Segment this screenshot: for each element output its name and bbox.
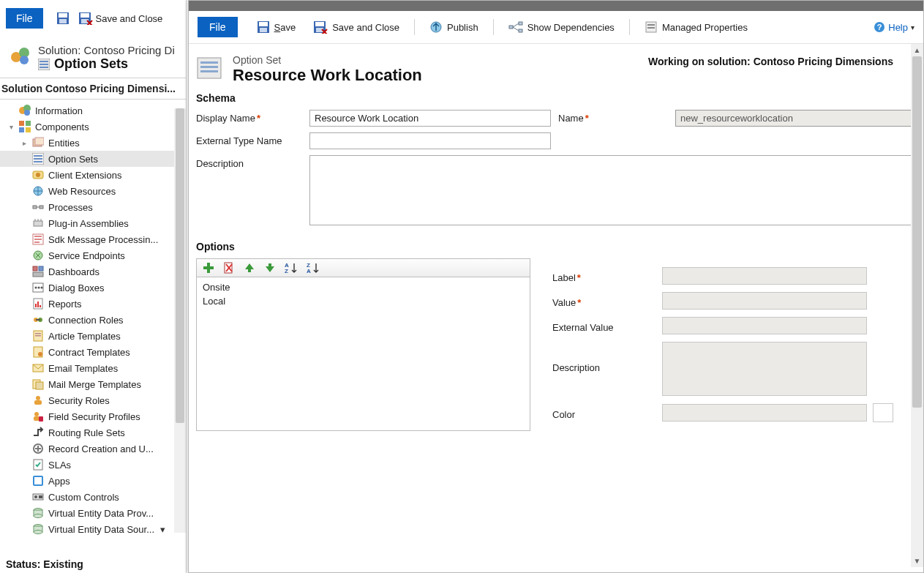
dialog-scrollbar-thumb[interactable] — [912, 56, 922, 408]
tree-item-option-sets[interactable]: Option Sets — [0, 151, 186, 167]
tree-item-record-creation[interactable]: Record Creation and U... — [0, 441, 186, 457]
save-and-close-button[interactable]: Save and Close — [306, 18, 407, 37]
tree-item-dashboards[interactable]: Dashboards — [0, 263, 186, 280]
collapse-icon[interactable]: ▾ — [7, 123, 15, 131]
tree-label: Web Resources — [48, 186, 116, 197]
parent-save-button[interactable] — [56, 12, 70, 25]
tree-item-web-resources[interactable]: Web Resources — [0, 183, 186, 199]
save-button[interactable]: Save — [249, 18, 304, 37]
svg-rect-58 — [35, 333, 41, 334]
svg-rect-39 — [34, 236, 42, 237]
scroll-up-button[interactable]: ▲ — [911, 44, 923, 56]
external-type-name-input[interactable] — [309, 132, 551, 149]
tree-label: Sdk Message Processin... — [48, 234, 158, 245]
tree-label: Dashboards — [48, 266, 99, 277]
svg-rect-66 — [34, 400, 42, 405]
tree-label: Field Security Profiles — [48, 411, 140, 422]
svg-rect-51 — [35, 304, 37, 307]
svg-rect-85 — [260, 28, 267, 32]
solution-explorer-window: File Save and Close Solution: Contoso Pr… — [0, 0, 187, 573]
tree-item-field-security[interactable]: Field Security Profiles — [0, 408, 186, 424]
sort-asc-button[interactable]: AZ — [285, 262, 298, 274]
tree-item-sdk-steps[interactable]: Sdk Message Processin... — [0, 231, 186, 247]
page-title: Option Sets — [54, 56, 128, 72]
tree-label: Option Sets — [48, 154, 98, 165]
sort-desc-button[interactable]: ZA — [307, 262, 320, 274]
save-close-icon — [313, 20, 328, 34]
parent-save-close-button[interactable]: Save and Close — [78, 12, 163, 25]
tree-label: Client Extensions — [48, 170, 121, 181]
tree-item-slas[interactable]: SLAs — [0, 457, 186, 473]
expand-icon[interactable]: ▸ — [20, 139, 28, 147]
section-title-schema: Schema — [196, 92, 893, 104]
tree-item-reports[interactable]: Reports — [0, 296, 186, 312]
svg-rect-26 — [34, 158, 42, 160]
tree-item-client-extensions[interactable]: Client Extensions — [0, 167, 186, 183]
svg-rect-19 — [26, 121, 31, 126]
tree-label: Article Templates — [48, 331, 121, 342]
tree-item-custom-controls[interactable]: Custom Controls — [0, 489, 186, 505]
tree-label: Email Templates — [48, 363, 118, 374]
tree-item-virtual-entity-providers[interactable]: Virtual Entity Data Prov... — [0, 505, 186, 521]
tree-item-virtual-entity-sources[interactable]: Virtual Entity Data Sour...▾ — [0, 521, 186, 537]
overflow-arrow-icon[interactable]: ▾ — [160, 524, 165, 535]
tree-scrollbar[interactable] — [174, 108, 186, 533]
dialog-scrollbar[interactable]: ▲ ▼ — [911, 44, 923, 567]
svg-rect-94 — [519, 29, 522, 32]
option-item[interactable]: Local — [201, 294, 525, 308]
managed-properties-button[interactable]: Managed Properties — [637, 18, 755, 37]
display-name-input[interactable] — [309, 110, 551, 127]
option-extvalue-label: External Value — [552, 319, 662, 333]
tree-item-connection-roles[interactable]: Connection Roles — [0, 312, 186, 328]
dialog-titlebar[interactable] — [189, 1, 923, 11]
tree-item-routing-rules[interactable]: Routing Rule Sets — [0, 424, 186, 441]
tree-label: Connection Roles — [48, 315, 124, 326]
options-listbox[interactable]: Onsite Local — [196, 277, 530, 431]
status-bar-text: Status: Existing — [0, 555, 89, 573]
svg-point-10 — [20, 56, 29, 64]
help-menu[interactable]: ? Help ▾ — [874, 21, 914, 33]
scroll-down-button[interactable]: ▼ — [911, 555, 923, 567]
tree-item-dialog-boxes[interactable]: Dialog Boxes — [0, 280, 186, 296]
tree-item-article-templates[interactable]: Article Templates — [0, 328, 186, 344]
move-up-button[interactable] — [244, 262, 255, 274]
tree-item-plugin-assemblies[interactable]: Plug-in Assemblies — [0, 215, 186, 231]
option-color-swatch[interactable] — [873, 403, 893, 422]
svg-rect-73 — [34, 477, 42, 484]
show-dependencies-button[interactable]: Show Dependencies — [501, 18, 622, 37]
routing-icon — [32, 427, 44, 438]
tree-item-email-templates[interactable]: Email Templates — [0, 360, 186, 376]
add-option-button[interactable] — [203, 262, 214, 274]
solution-icon — [9, 44, 32, 67]
svg-rect-27 — [34, 161, 42, 162]
option-item[interactable]: Onsite — [201, 280, 525, 294]
svg-rect-32 — [40, 206, 43, 209]
delete-option-button[interactable] — [223, 262, 235, 274]
tree-item-security-roles[interactable]: Security Roles — [0, 392, 186, 408]
info-icon — [19, 105, 31, 116]
tree-scrollbar-thumb[interactable] — [176, 108, 184, 423]
svg-rect-1 — [59, 13, 67, 18]
tree-item-service-endpoints[interactable]: Service Endpoints — [0, 247, 186, 263]
tree-item-apps[interactable]: Apps — [0, 473, 186, 489]
description-textarea[interactable] — [309, 155, 911, 225]
tree-item-contract-templates[interactable]: Contract Templates — [0, 344, 186, 360]
save-close-label: Save and Close — [332, 22, 399, 33]
dialog-content: Option Set Resource Work Location Workin… — [189, 44, 911, 567]
publish-button[interactable]: Publish — [422, 18, 486, 37]
move-down-button[interactable] — [264, 262, 276, 274]
option-description-label: Description — [552, 342, 662, 373]
svg-rect-20 — [19, 127, 24, 132]
dialog-file-menu[interactable]: File — [198, 17, 238, 37]
slas-icon — [32, 459, 44, 471]
tree-item-mailmerge-templates[interactable]: Mail Merge Templates — [0, 376, 186, 392]
svg-rect-93 — [519, 22, 522, 25]
tree-item-information[interactable]: Information — [0, 102, 186, 119]
tree-label: Contract Templates — [48, 347, 130, 358]
tree-item-entities[interactable]: ▸ Entities — [0, 135, 186, 151]
tree-item-components[interactable]: ▾ Components — [0, 119, 186, 135]
svg-rect-64 — [36, 382, 43, 389]
svg-rect-53 — [40, 305, 41, 307]
tree-item-processes[interactable]: Processes — [0, 199, 186, 215]
parent-file-menu[interactable]: File — [6, 8, 43, 29]
